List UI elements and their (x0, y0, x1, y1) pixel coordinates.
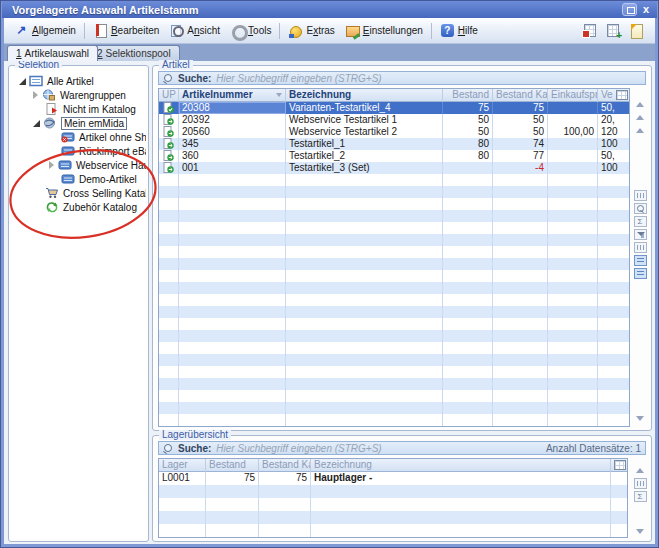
table-row[interactable]: L0001 75 75 Hauptlager - (159, 472, 627, 485)
tree-item-zubehoer-katalog[interactable]: Zubehör Katalog (45, 200, 137, 214)
table-row[interactable]: 360 Testartikel_2 80 77 50, (159, 150, 629, 162)
article-status-icon (163, 162, 174, 173)
selektion-tree: Alle Artikel Warengruppen (11, 68, 146, 539)
grid-columns-icon[interactable] (634, 190, 647, 201)
menu-separator (431, 23, 432, 39)
table-row[interactable]: 001 Testartikel_3 (Set) -4 100 (159, 162, 629, 174)
column-header-bestand-kalk[interactable]: Bestand Kalk. (259, 459, 311, 472)
grid-view-list-icon[interactable] (634, 255, 647, 266)
grid-sum-icon[interactable] (634, 216, 647, 227)
column-header-bestand[interactable]: Bestand (443, 89, 493, 102)
grid-layout-icon[interactable] (634, 242, 647, 253)
column-chooser-icon[interactable] (614, 460, 626, 470)
artikel-search-bar[interactable]: Suche: Hier Suchbegriff eingeben (STRG+S… (158, 71, 646, 85)
tree-item-cross-selling-katalog[interactable]: Cross Selling Katalog (45, 186, 146, 200)
column-header-bezeichnung[interactable]: Bezeichnung (311, 459, 611, 472)
grid-search-icon[interactable] (634, 203, 647, 214)
emmida-globe-icon (43, 117, 57, 129)
article-status-icon (163, 114, 174, 125)
expander-open-icon[interactable] (19, 78, 26, 85)
new-document-icon[interactable] (628, 23, 644, 38)
grid-columns-icon[interactable] (634, 478, 647, 489)
grid-view-detail-icon[interactable] (634, 268, 647, 279)
table-add-icon[interactable] (605, 23, 621, 38)
tree-item-demo-artikel[interactable]: Demo-Artikel (61, 172, 137, 186)
article-status-icon (163, 138, 174, 149)
article-list-icon (29, 75, 43, 87)
app-window: Vorgelagerte Auswahl Artikelstamm x ↗ Al… (0, 0, 659, 548)
table-export-icon[interactable] (582, 23, 598, 38)
menu-bearbeiten[interactable]: Bearbeiten (88, 21, 164, 40)
tree-item-webservice-hauptkategorie[interactable]: Webservice Hauptkategorie (49, 158, 146, 172)
page-out-icon (45, 103, 59, 115)
empty-rows-area (159, 485, 627, 538)
record-count: Anzahl Datensätze: 1 (546, 443, 641, 454)
column-header-artikelnummer[interactable]: Artikelnummer (179, 89, 286, 102)
lager-search-bar[interactable]: Suche: Hier Suchbegriff eingeben (STRG+S… (158, 441, 646, 455)
column-header-up[interactable]: UP (159, 89, 179, 102)
close-icon[interactable]: x (643, 3, 649, 16)
tree-item-nicht-im-katalog[interactable]: Nicht im Katalog (45, 102, 136, 116)
maximize-icon[interactable] (622, 3, 637, 16)
menu-bar: ↗ Allgemein Bearbeiten Ansicht Tools Ext… (4, 18, 655, 44)
article-status-icon (163, 150, 174, 161)
nav-arrow-icon: ↗ (14, 23, 29, 38)
lager-panel-title: Lagerübersicht (159, 430, 231, 440)
sort-descending-icon (276, 93, 282, 97)
menu-allgemein[interactable]: ↗ Allgemein (9, 21, 81, 40)
menu-einstellungen[interactable]: Einstellungen (340, 21, 428, 40)
category-icon (61, 145, 75, 157)
title-bar: Vorgelagerte Auswahl Artikelstamm x (2, 1, 657, 18)
empty-rows-area (159, 174, 629, 427)
scroll-up-icon[interactable] (636, 468, 644, 473)
artikel-panel-title: Artikel (159, 60, 193, 70)
expander-open-icon[interactable] (33, 120, 40, 127)
settings-folder-icon (345, 23, 360, 38)
table-row[interactable]: 20560 Webservice Testartikel 2 50 50 100… (159, 126, 629, 138)
column-header-bestand-kalk[interactable]: Bestand Kalk. (493, 89, 548, 102)
table-row[interactable]: 345 Testartikel_1 80 74 100 (159, 138, 629, 150)
scroll-page-up-icon[interactable] (636, 115, 644, 120)
grid-sum-icon[interactable] (634, 491, 647, 502)
category-icon (61, 173, 75, 185)
column-header-lager[interactable]: Lager (159, 459, 206, 472)
tree-item-alle-artikel[interactable]: Alle Artikel (19, 74, 94, 88)
artikel-grid-header: UP Artikelnummer Bezeichnung Bestand Bes… (159, 89, 629, 102)
artikel-search-input[interactable]: Hier Suchbegriff eingeben (STRG+S) (216, 73, 381, 84)
table-row[interactable]: 20308 Varianten-Testartikel_4 75 75 50, (159, 102, 629, 114)
shopping-cart-icon (45, 187, 59, 199)
tab-artikelauswahl[interactable]: 1Artikelauswahl (7, 45, 98, 61)
search-label: Suche: (178, 73, 211, 84)
tab-strip: 1Artikelauswahl 2Selektionspool (4, 44, 655, 61)
scroll-down-icon[interactable] (636, 529, 644, 534)
column-header-bezeichnung[interactable]: Bezeichnung (286, 89, 443, 102)
table-row[interactable]: 20392 Webservice Testartikel 1 50 50 20, (159, 114, 629, 126)
tree-item-rueckimport-ebay[interactable]: Rückimport eBay (61, 144, 146, 158)
artikel-grid-toolbar (631, 88, 649, 427)
column-header-einkaufspreis[interactable]: Einkaufspreis (548, 89, 598, 102)
column-header-bestand[interactable]: Bestand (206, 459, 259, 472)
lager-search-input[interactable]: Hier Suchbegriff eingeben (STRG+S) (216, 443, 381, 454)
scroll-up-icon[interactable] (636, 102, 644, 107)
article-status-icon (163, 102, 174, 113)
tree-item-warengruppen[interactable]: Warengruppen (33, 88, 126, 102)
column-chooser-icon[interactable] (616, 90, 628, 100)
tree-item-artikel-ohne-shop-kategorie[interactable]: Artikel ohne Shop-Kategorie (61, 130, 146, 144)
help-icon (440, 23, 455, 38)
magnifier-doc-icon (169, 23, 184, 38)
menu-separator (84, 23, 85, 39)
menu-tools[interactable]: Tools (225, 21, 276, 40)
expander-closed-icon[interactable] (49, 161, 54, 169)
window-title: Vorgelagerte Auswahl Artikelstamm (2, 4, 199, 16)
expander-closed-icon[interactable] (33, 91, 38, 99)
tree-item-mein-emmida[interactable]: Mein emMida (33, 116, 127, 130)
menu-extras[interactable]: Extras (283, 21, 339, 40)
content-area: Selektion Alle Artikel (4, 61, 655, 544)
grid-filter-icon[interactable] (634, 229, 647, 240)
scroll-top-icon[interactable] (636, 128, 644, 133)
menu-ansicht[interactable]: Ansicht (164, 21, 225, 40)
search-icon (163, 73, 173, 83)
menu-separator (279, 23, 280, 39)
menu-hilfe[interactable]: Hilfe (435, 21, 483, 40)
scroll-down-icon[interactable] (636, 416, 644, 421)
